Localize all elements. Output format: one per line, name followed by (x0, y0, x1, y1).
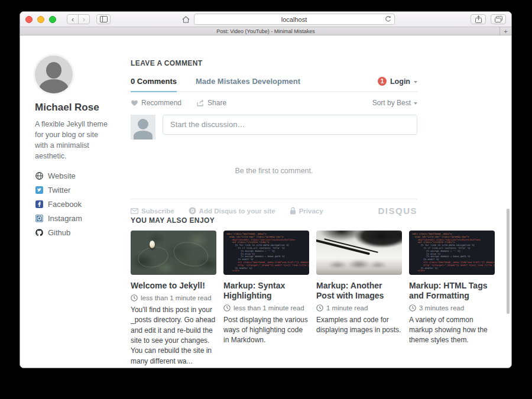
active-tab-title[interactable]: Post: Video (YouTube) - Minimal Mistakes (216, 28, 315, 34)
tabs-icon (495, 16, 502, 22)
globe-icon (35, 171, 43, 180)
post-title[interactable]: Markup: HTML Tags and Formatting (409, 281, 495, 301)
post-thumbnail-code: <div class="masthead__menu"> <nav id="si… (409, 231, 495, 275)
share-comments-button[interactable]: Share (197, 99, 226, 107)
forward-button[interactable]: › (78, 14, 90, 24)
post-excerpt: A variety of common markup showing how t… (409, 315, 495, 346)
read-time: less than 1 minute read (141, 294, 212, 301)
disqus-action-row: Recommend Share Sort by Best (131, 99, 417, 107)
sidebar-item-website[interactable]: Website (35, 171, 113, 180)
comment-input[interactable]: Start the discussion… (163, 115, 417, 135)
related-posts-section: YOU MAY ALSO ENJOY Welcome to Jekyll! le… (131, 216, 495, 366)
sidebar-toggle-button[interactable] (96, 14, 111, 24)
tab-bar: Post: Video (YouTube) - Minimal Mistakes… (20, 27, 511, 35)
home-button[interactable] (182, 16, 190, 23)
post-title[interactable]: Welcome to Jekyll! (131, 281, 216, 291)
page-content: Michael Rose A flexible Jekyll theme for… (20, 35, 511, 368)
envelope-icon (131, 208, 138, 214)
minimize-window-button[interactable] (37, 16, 44, 23)
related-card-another-post-with-images[interactable]: Markup: Another Post with Images 1 minut… (316, 231, 402, 366)
facebook-icon (35, 200, 43, 208)
heart-icon (131, 99, 138, 106)
post-meta: less than 1 minute read (131, 294, 216, 301)
window-controls (25, 16, 56, 23)
back-icon: ‹ (72, 15, 74, 24)
related-card-welcome-to-jekyll[interactable]: Welcome to Jekyll! less than 1 minute re… (131, 231, 216, 366)
chevron-down-icon (414, 81, 417, 83)
clock-icon (409, 304, 416, 312)
close-window-button[interactable] (25, 16, 33, 23)
tab-community[interactable]: Made Mistakes Development (196, 77, 300, 91)
login-label: Login (390, 77, 410, 86)
sidebar-item-facebook[interactable]: Facebook (35, 200, 113, 209)
sort-label: Sort by Best (372, 99, 411, 107)
browser-window: ‹ › localhost Post: Video (YouTube) - Mi… (20, 11, 512, 368)
post-title[interactable]: Markup: Another Post with Images (316, 281, 402, 301)
new-tab-button[interactable]: + (499, 27, 511, 35)
sidebar-item-github[interactable]: Github (35, 228, 113, 237)
share-button[interactable] (471, 14, 486, 24)
vertical-scrollbar[interactable] (507, 209, 510, 314)
disqus-wordmark: DISQUS (378, 206, 417, 216)
link-label: Twitter (48, 186, 70, 194)
comments-section: LEAVE A COMMENT 0 Comments Made Mistakes… (131, 59, 417, 216)
chevron-down-icon (414, 102, 417, 105)
disqus-logo-icon (189, 207, 196, 215)
back-button[interactable]: ‹ (67, 14, 79, 24)
notification-badge: 1 (378, 77, 387, 86)
instagram-icon (35, 214, 43, 222)
clock-icon (316, 304, 323, 312)
recommend-label: Recommend (141, 99, 181, 107)
recommend-button[interactable]: Recommend (131, 99, 181, 107)
lock-icon (290, 207, 296, 215)
zoom-window-button[interactable] (49, 16, 56, 23)
login-control[interactable]: 1 Login (378, 77, 417, 91)
home-icon (182, 16, 190, 23)
post-thumbnail-code: <div class="masthead__menu"> <nav id="si… (223, 231, 309, 275)
post-title[interactable]: Markup: Syntax Highlighting (223, 281, 309, 301)
address-url: localhost (281, 16, 307, 23)
twitter-icon (35, 186, 43, 194)
author-name: Michael Rose (35, 102, 113, 113)
read-time: less than 1 minute read (233, 304, 304, 312)
add-disqus-link[interactable]: Add Disqus to your site (189, 207, 275, 215)
tab-comments-count[interactable]: 0 Comments (131, 77, 177, 92)
address-bar[interactable]: localhost (194, 14, 395, 25)
github-icon (35, 228, 43, 236)
post-meta: 3 minutes read (409, 304, 495, 312)
clock-icon (223, 304, 231, 312)
author-links: Website Twitter Facebook (35, 171, 113, 237)
post-meta: less than 1 minute read (223, 304, 309, 312)
commenter-avatar (131, 115, 155, 140)
reload-button[interactable] (385, 15, 391, 22)
tab-overview-button[interactable] (491, 14, 506, 24)
post-excerpt: You'll find this post in your _posts dir… (131, 305, 216, 366)
related-card-html-tags-formatting[interactable]: <div class="masthead__menu"> <nav id="si… (409, 231, 495, 366)
share-label: Share (207, 99, 226, 107)
link-label: Instagram (48, 214, 82, 223)
privacy-link[interactable]: Privacy (290, 207, 323, 215)
author-bio: A flexible Jekyll theme for your blog or… (35, 119, 113, 162)
related-cards: Welcome to Jekyll! less than 1 minute re… (131, 231, 495, 366)
reload-icon (385, 15, 391, 22)
sidebar-icon (100, 16, 108, 22)
subscribe-link[interactable]: Subscribe (131, 207, 174, 215)
sidebar-item-instagram[interactable]: Instagram (35, 214, 113, 223)
share-arrow-icon (197, 99, 205, 106)
share-icon (475, 15, 482, 23)
link-label: Website (48, 171, 76, 180)
subscribe-label: Subscribe (141, 207, 174, 215)
related-card-syntax-highlighting[interactable]: <div class="masthead__menu"> <nav id="si… (223, 231, 309, 366)
post-thumbnail-moss (131, 231, 216, 275)
post-excerpt: Examples and code for displaying images … (316, 315, 402, 336)
sort-dropdown[interactable]: Sort by Best (372, 99, 417, 107)
nav-buttons: ‹ › (67, 14, 90, 24)
related-heading: YOU MAY ALSO ENJOY (131, 216, 495, 225)
read-time: 3 minutes read (419, 304, 464, 312)
comment-form: Start the discussion… (131, 115, 417, 140)
post-excerpt: Post displaying the various ways of high… (223, 315, 309, 346)
author-avatar (35, 56, 73, 93)
sidebar-item-twitter[interactable]: Twitter (35, 186, 113, 194)
link-label: Github (48, 228, 70, 237)
add-disqus-label: Add Disqus to your site (199, 207, 275, 215)
